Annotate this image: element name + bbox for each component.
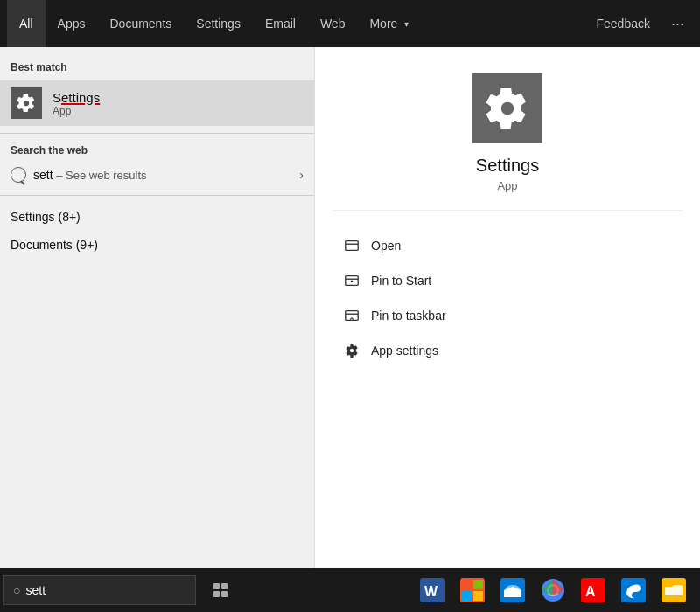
svg-text:A: A (585, 584, 596, 599)
nav-more-options-button[interactable]: ··· (662, 15, 693, 33)
action-pin-start[interactable]: Pin to Start (332, 263, 682, 298)
nav-feedback-label: Feedback (597, 17, 650, 31)
divider (0, 133, 314, 134)
top-nav-bar: All Apps Documents Settings Email Web Mo… (0, 0, 700, 47)
search-query: sett (33, 168, 53, 182)
action-list: Open Pin to Start (332, 219, 682, 377)
svg-rect-9 (221, 591, 228, 597)
nav-documents-label: Documents (109, 17, 172, 31)
divider-2 (0, 195, 314, 196)
best-match-subtitle: App (52, 105, 100, 117)
svg-rect-7 (221, 583, 228, 589)
action-pin-taskbar[interactable]: Pin to taskbar (332, 298, 682, 333)
nav-item-documents[interactable]: Documents (97, 0, 184, 47)
search-web-row[interactable]: sett – See web results › (0, 162, 314, 188)
see-results-text: – See web results (53, 169, 147, 182)
gear-icon (17, 94, 36, 113)
nav-more-label: More (369, 17, 397, 31)
nav-item-more[interactable]: More ▾ (357, 0, 421, 47)
taskbar: ○ sett W (0, 568, 700, 612)
taskbar-files-button[interactable] (654, 571, 693, 609)
explorer-icon (500, 578, 525, 602)
edge-icon (621, 578, 646, 602)
svg-rect-6 (214, 583, 220, 589)
best-match-text: Settings App (52, 90, 100, 117)
right-panel: Settings App Open (315, 47, 700, 568)
search-web-text: sett – See web results (33, 168, 299, 182)
chevron-down-icon: ▾ (404, 19, 409, 29)
files-icon (662, 578, 686, 602)
window-icon (343, 237, 360, 254)
pin-start-icon-svg (344, 273, 360, 289)
gear-small-icon-svg (344, 343, 360, 358)
app-preview: Settings App (332, 73, 682, 211)
settings-large-gear-icon (486, 87, 529, 130)
nav-item-settings[interactable]: Settings (184, 0, 253, 47)
nav-feedback-button[interactable]: Feedback (584, 0, 662, 47)
open-icon-svg (344, 238, 360, 254)
app-icon-large (472, 73, 542, 143)
taskbar-search-bar[interactable]: ○ sett (4, 575, 196, 605)
best-match-label: Best match (0, 58, 314, 80)
taskbar-search-icon: ○ (13, 583, 20, 597)
svg-rect-8 (214, 591, 220, 597)
nav-web-label: Web (320, 17, 346, 31)
gear-small-icon (343, 342, 360, 359)
taskbar-explorer-button[interactable] (494, 571, 532, 609)
action-app-settings[interactable]: App settings (332, 333, 682, 368)
action-open-label: Open (371, 239, 401, 253)
taskbar-acrobat-button[interactable]: A (574, 571, 612, 609)
svg-rect-14 (473, 580, 483, 589)
task-view-icon (212, 581, 229, 599)
word-icon: W (420, 578, 444, 602)
pin-taskbar-icon (343, 307, 360, 324)
nav-settings-label: Settings (196, 17, 241, 31)
svg-rect-13 (462, 580, 472, 589)
nav-item-apps[interactable]: Apps (46, 0, 98, 47)
settings-category-row[interactable]: Settings (8+) (0, 203, 314, 231)
action-pin-taskbar-label: Pin to taskbar (371, 309, 446, 323)
app-name: Settings (476, 156, 539, 176)
settings-app-icon (10, 87, 42, 119)
chevron-right-icon: › (299, 168, 304, 182)
acrobat-icon: A (581, 578, 606, 602)
nav-all-label: All (19, 17, 33, 31)
taskbar-edge-button[interactable] (614, 571, 653, 609)
store-icon (460, 578, 485, 602)
action-pin-start-label: Pin to Start (371, 274, 431, 288)
taskbar-store-button[interactable] (453, 571, 492, 609)
nav-item-email[interactable]: Email (253, 0, 308, 47)
taskbar-chrome-button[interactable] (534, 571, 572, 609)
best-match-title: Settings (52, 90, 100, 105)
svg-rect-4 (346, 311, 358, 321)
chrome-icon (541, 578, 565, 602)
search-icon (10, 167, 26, 183)
documents-category-row[interactable]: Documents (9+) (0, 231, 314, 259)
best-match-title-text: Settings (52, 90, 100, 105)
nav-apps-label: Apps (58, 17, 86, 31)
svg-rect-0 (346, 241, 358, 251)
app-type: App (497, 179, 517, 192)
best-match-item-settings[interactable]: Settings App (0, 80, 314, 126)
taskbar-apps: W (240, 571, 696, 609)
taskbar-search-text: sett (25, 583, 46, 597)
search-web-label: Search the web (0, 141, 314, 162)
left-panel: Best match Settings App Search the web s… (0, 47, 315, 568)
nav-item-all[interactable]: All (7, 0, 46, 47)
taskbar-word-button[interactable]: W (413, 571, 452, 609)
action-app-settings-label: App settings (371, 344, 438, 358)
pin-start-icon (343, 272, 360, 289)
svg-text:W: W (424, 584, 438, 599)
svg-rect-16 (473, 591, 483, 601)
nav-email-label: Email (265, 17, 296, 31)
pin-taskbar-icon-svg (344, 308, 360, 323)
svg-rect-15 (462, 591, 472, 601)
nav-item-web[interactable]: Web (308, 0, 358, 47)
action-open[interactable]: Open (332, 228, 682, 263)
main-content: Best match Settings App Search the web s… (0, 47, 700, 568)
task-view-button[interactable] (201, 571, 240, 609)
nav-dots-label: ··· (671, 15, 684, 32)
